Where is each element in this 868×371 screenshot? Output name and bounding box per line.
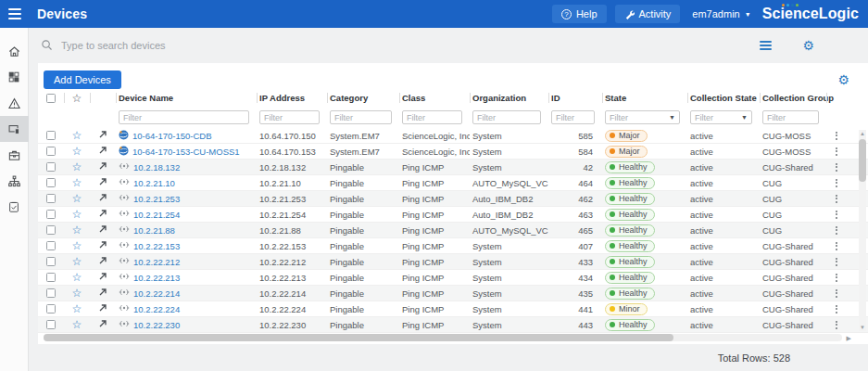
add-devices-button[interactable]: Add Devices (44, 70, 121, 89)
favorite-star-icon[interactable]: ☆ (72, 193, 82, 204)
open-device-arrow-icon[interactable] (98, 209, 107, 220)
open-device-arrow-icon[interactable] (98, 303, 107, 314)
horizontal-scrollbar[interactable] (44, 334, 842, 341)
sidebar-item-tickets[interactable] (0, 194, 29, 220)
row-select-checkbox[interactable] (46, 194, 56, 203)
favorite-star-icon[interactable]: ☆ (72, 224, 82, 236)
favorite-star-icon[interactable]: ☆ (72, 303, 82, 314)
favorite-star-icon[interactable]: ☆ (72, 256, 82, 267)
filter-input-collection-state[interactable]: Filter▼ (690, 110, 752, 124)
favorite-star-icon[interactable]: ☆ (72, 177, 82, 188)
row-select-checkbox[interactable] (46, 241, 56, 250)
column-header-collection-state[interactable]: Collection State (687, 89, 760, 107)
scroll-right-arrow-icon[interactable]: ▶ (847, 335, 851, 342)
sidebar-item-home[interactable] (0, 38, 29, 64)
device-name-link[interactable]: 10.2.22.214 (133, 288, 180, 299)
row-select-checkbox[interactable] (46, 288, 56, 298)
open-device-arrow-icon[interactable] (98, 240, 107, 251)
open-device-arrow-icon[interactable] (98, 256, 107, 267)
row-select-checkbox[interactable] (46, 320, 56, 329)
device-name-link[interactable]: 10-64-170-153-CU-MOSS1 (132, 147, 240, 157)
favorite-star-icon[interactable]: ☆ (72, 288, 82, 299)
search-settings-gear-icon[interactable]: ⚙ (802, 39, 814, 52)
column-header-class[interactable]: Class (399, 89, 470, 107)
row-menu-kebab-icon[interactable] (826, 305, 847, 313)
sidebar-item-networks[interactable] (0, 168, 29, 194)
open-device-arrow-icon[interactable] (98, 288, 107, 299)
row-menu-kebab-icon[interactable] (826, 147, 847, 156)
filter-input-ip-address[interactable]: Filter (259, 110, 320, 124)
favorite-star-icon[interactable]: ☆ (72, 319, 82, 330)
row-menu-kebab-icon[interactable] (826, 321, 847, 329)
device-name-link[interactable]: 10.2.22.212 (133, 257, 180, 267)
select-all-checkbox[interactable] (46, 94, 56, 103)
device-name-link[interactable]: 10.2.18.132 (133, 162, 180, 173)
vertical-scrollbar[interactable]: ▲ ▼ (859, 130, 866, 331)
scroll-down-arrow-icon[interactable]: ▼ (860, 324, 865, 331)
row-menu-kebab-icon[interactable] (826, 211, 847, 219)
help-button[interactable]: ? Help (552, 5, 607, 23)
column-header-device-name[interactable]: Device Name (116, 89, 257, 107)
filter-input-category[interactable]: Filter (330, 110, 392, 124)
row-select-checkbox[interactable] (46, 147, 56, 156)
column-header-ip-address[interactable]: IP Address (257, 89, 327, 107)
filter-input-id[interactable]: Filter (551, 110, 595, 124)
open-device-arrow-icon[interactable] (98, 272, 107, 283)
favorite-star-icon[interactable]: ☆ (72, 209, 82, 220)
row-menu-kebab-icon[interactable] (826, 163, 847, 172)
device-name-link[interactable]: 10.2.22.153 (133, 241, 180, 251)
row-select-checkbox[interactable] (46, 131, 56, 140)
sidebar-item-business-services[interactable] (0, 142, 29, 168)
hamburger-menu-icon[interactable] (0, 0, 29, 28)
open-device-arrow-icon[interactable] (98, 146, 107, 157)
device-name-link[interactable]: 10.2.22.230 (133, 320, 180, 330)
row-select-checkbox[interactable] (46, 178, 56, 187)
device-name-link[interactable]: 10.2.21.88 (133, 225, 175, 236)
row-select-checkbox[interactable] (46, 210, 56, 219)
device-name-link[interactable]: 10.2.21.254 (133, 210, 180, 220)
search-input[interactable] (61, 40, 751, 51)
row-menu-kebab-icon[interactable] (826, 132, 847, 140)
row-select-checkbox[interactable] (46, 304, 56, 313)
row-select-checkbox[interactable] (46, 273, 56, 282)
open-device-arrow-icon[interactable] (98, 193, 107, 204)
device-name-link[interactable]: 10.2.22.224 (133, 304, 180, 314)
user-menu[interactable]: em7admin ▼ (692, 8, 750, 19)
device-name-link[interactable]: 10.2.21.253 (133, 194, 180, 204)
scroll-up-arrow-icon[interactable]: ▲ (860, 130, 865, 137)
row-select-checkbox[interactable] (46, 162, 56, 172)
device-name-link[interactable]: 10.2.22.213 (133, 273, 180, 283)
row-menu-kebab-icon[interactable] (826, 179, 847, 187)
open-device-arrow-icon[interactable] (98, 177, 107, 188)
filter-input-state[interactable]: Filter▼ (605, 110, 680, 124)
row-menu-kebab-icon[interactable] (826, 258, 847, 266)
open-device-arrow-icon[interactable] (98, 319, 107, 330)
row-menu-kebab-icon[interactable] (826, 274, 847, 282)
row-menu-kebab-icon[interactable] (826, 289, 847, 298)
device-name-link[interactable]: 10-64-170-150-CDB (132, 131, 212, 141)
sidebar-item-events[interactable] (0, 90, 29, 116)
vertical-scrollbar-thumb[interactable] (859, 139, 866, 182)
open-device-arrow-icon[interactable] (98, 224, 107, 236)
favorite-star-icon[interactable]: ☆ (72, 161, 82, 173)
saved-searches-icon[interactable] (760, 41, 772, 50)
row-menu-kebab-icon[interactable] (826, 242, 847, 250)
filter-input-class[interactable]: Filter (402, 110, 462, 124)
open-device-arrow-icon[interactable] (98, 130, 107, 141)
filter-input-device-name[interactable]: Filter (119, 110, 249, 124)
horizontal-scrollbar-thumb[interactable] (44, 334, 673, 341)
row-select-checkbox[interactable] (46, 257, 56, 266)
column-header-state[interactable]: State (602, 89, 687, 107)
device-name-link[interactable]: 10.2.21.10 (133, 178, 175, 188)
row-select-checkbox[interactable] (46, 225, 56, 235)
table-settings-gear-icon[interactable]: ⚙ (837, 73, 849, 86)
row-menu-kebab-icon[interactable] (826, 195, 847, 203)
filter-input-collection-group[interactable]: Filter (762, 110, 819, 124)
favorite-star-icon[interactable]: ☆ (72, 240, 82, 251)
favorite-star-icon[interactable]: ☆ (72, 272, 82, 283)
favorite-star-icon[interactable]: ☆ (72, 146, 82, 157)
filter-input-organization[interactable]: Filter (472, 110, 541, 124)
sidebar-item-devices[interactable] (0, 116, 29, 142)
sidebar-item-dashboards[interactable] (0, 64, 29, 90)
column-header-collection-group[interactable]: Collection Group (760, 89, 826, 107)
